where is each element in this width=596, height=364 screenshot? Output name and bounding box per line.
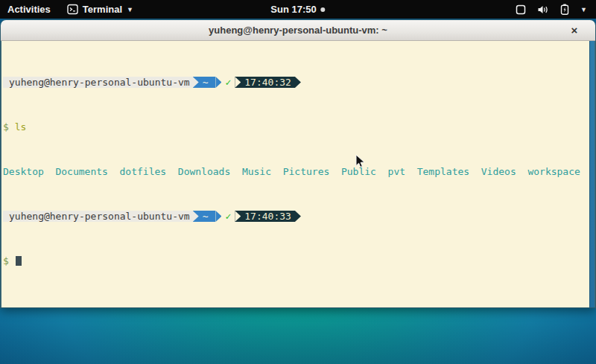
terminal-cursor: [16, 256, 22, 266]
prompt-line: yuheng@henry-personal-ubuntu-vm~✓17:40:3…: [3, 77, 595, 88]
app-menu-label: Terminal: [83, 4, 122, 15]
shell-prompt-symbol: $: [3, 121, 9, 132]
display-icon: [516, 4, 526, 15]
prompt-line: yuheng@henry-personal-ubuntu-vm~✓17:40:3…: [3, 211, 595, 222]
scrollbar[interactable]: [589, 41, 595, 308]
powerline-separator: [235, 211, 241, 222]
command-line: $ ls: [3, 121, 595, 132]
powerline-separator: [295, 211, 301, 222]
clock-button[interactable]: Sun 17:50: [270, 4, 325, 15]
terminal-icon: [67, 4, 78, 15]
prompt-cwd: ~: [199, 211, 216, 222]
powerline-separator: [235, 77, 241, 88]
typed-command: ls: [15, 121, 27, 132]
terminal-window: yuheng@henry-personal-ubuntu-vm: ~ × yuh…: [0, 19, 596, 308]
shell-prompt-symbol: $: [3, 255, 9, 266]
volume-icon: [537, 4, 549, 15]
window-titlebar[interactable]: yuheng@henry-personal-ubuntu-vm: ~ ×: [1, 20, 595, 41]
app-menu-terminal[interactable]: Terminal ▼: [67, 4, 133, 15]
activities-button[interactable]: Activities: [7, 4, 51, 15]
battery-charging-icon: [560, 4, 569, 15]
powerline-separator: [295, 77, 301, 88]
prompt-user-host: yuheng@henry-personal-ubuntu-vm: [3, 77, 193, 88]
ls-output: Desktop Documents dotfiles Downloads Mus…: [3, 166, 595, 177]
window-title: yuheng@henry-personal-ubuntu-vm: ~: [209, 25, 387, 36]
clock-label: Sun 17:50: [270, 4, 316, 15]
notification-dot: [321, 7, 326, 12]
command-line-current: $: [3, 255, 595, 266]
gnome-top-bar: Activities Terminal ▼ Sun 17:50: [0, 0, 596, 19]
powerline-separator: [193, 211, 199, 222]
powerline-separator: [193, 77, 199, 88]
prompt-timestamp: 17:40:32: [241, 77, 295, 88]
chevron-down-icon: ▼: [127, 6, 133, 13]
prompt-user-host: yuheng@henry-personal-ubuntu-vm: [3, 211, 193, 222]
prompt-status-check: ✓: [221, 77, 235, 88]
system-status-area[interactable]: ▼: [516, 0, 596, 19]
powerline-separator: [215, 77, 221, 88]
prompt-cwd: ~: [199, 77, 216, 88]
chevron-down-icon: ▼: [580, 6, 587, 13]
terminal-content[interactable]: yuheng@henry-personal-ubuntu-vm~✓17:40:3…: [1, 41, 595, 308]
prompt-timestamp: 17:40:33: [241, 211, 295, 222]
prompt-status-check: ✓: [221, 211, 235, 222]
close-button[interactable]: ×: [567, 23, 582, 38]
powerline-separator: [215, 211, 221, 222]
